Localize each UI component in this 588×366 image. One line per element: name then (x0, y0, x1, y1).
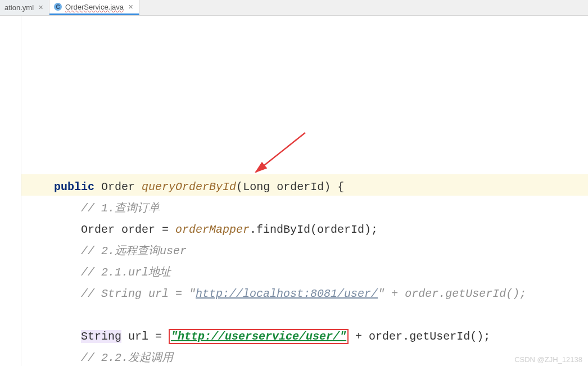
code-area[interactable]: public Order queryOrderById(Long orderId… (21, 16, 588, 366)
comment-url: http://localhost:8081/user/ (196, 287, 378, 300)
code-text: + order.getUserId(); (349, 330, 490, 343)
return-type: Order (101, 180, 135, 193)
string-literal: "http://userservice/user/" (171, 330, 346, 343)
highlighted-url-box: "http://userservice/user/" (169, 329, 349, 344)
tab-yml[interactable]: ation.yml ✕ (0, 0, 49, 15)
tab-bar: ation.yml ✕ C OrderService.java ✕ (0, 0, 588, 16)
keyword-public: public (54, 180, 94, 193)
java-class-icon: C (54, 3, 62, 11)
comment: // String url = " (81, 287, 196, 300)
param-type: Long (243, 180, 270, 193)
comment: // 2.1.url地址 (81, 266, 171, 279)
close-icon[interactable]: ✕ (127, 3, 134, 11)
param-name: orderId (277, 180, 324, 193)
tab-label: OrderService.java (65, 3, 124, 11)
code-text: Order order = (81, 223, 175, 236)
comment: " + order.getUserId(); (378, 287, 526, 300)
type-string: String (81, 330, 121, 343)
editor-pane: public Order queryOrderById(Long orderId… (0, 16, 588, 366)
tab-orderservice[interactable]: C OrderService.java ✕ (49, 0, 139, 15)
brace-open: { (337, 180, 344, 193)
comment: // 1.查询订单 (81, 202, 160, 215)
comment: // 2.2.发起调用 (81, 351, 173, 364)
close-icon[interactable]: ✕ (37, 4, 44, 11)
code-text: .findById(orderId); (250, 223, 378, 236)
code-content: public Order queryOrderById(Long orderId… (27, 155, 582, 366)
tab-label: ation.yml (4, 3, 34, 12)
code-text: url = (121, 330, 169, 343)
method-name: queryOrderById (142, 180, 236, 193)
comment: // 2.远程查询user (81, 245, 187, 257)
field-ref: orderMapper (175, 223, 250, 236)
gutter (0, 16, 21, 366)
